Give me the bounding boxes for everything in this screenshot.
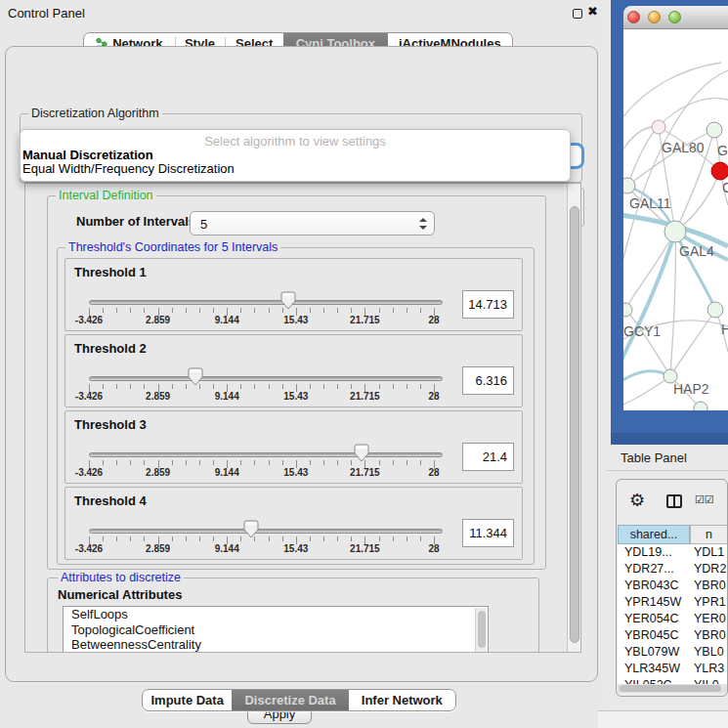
attribute-list-item[interactable]: BetweennessCentrality <box>64 637 488 653</box>
node-label: C <box>722 180 728 195</box>
table-row[interactable]: YBR045CYBR0 <box>618 627 728 644</box>
slider-thumb[interactable] <box>280 291 296 310</box>
bottom-tab-impute-data[interactable]: Impute Data <box>143 690 232 710</box>
scrollbar-thumb[interactable] <box>620 685 721 692</box>
control-panel-titlebar: Control Panel ✖ <box>0 0 606 25</box>
network-node[interactable] <box>711 162 728 180</box>
tick-mark <box>213 384 214 389</box>
minimize-traffic-light-icon[interactable] <box>648 11 661 23</box>
table-row[interactable]: YBR043CYBR0 <box>618 578 728 594</box>
tick-mark <box>186 536 187 541</box>
tick-mark <box>240 536 241 541</box>
threshold-value-field[interactable]: 11.344 <box>462 519 514 547</box>
tick-mark <box>240 384 241 389</box>
select-columns-icon[interactable]: ☑☑ <box>695 493 714 506</box>
network-canvas[interactable]: GAL80GACGAL11GAL4GCY1HHAP2 <box>623 29 728 410</box>
network-node[interactable] <box>623 303 632 317</box>
attribute-list-item[interactable]: SelfLoops <box>64 607 488 622</box>
cell-name: YDR2 <box>690 561 726 578</box>
tick-mark <box>379 460 380 465</box>
gear-icon[interactable]: ⚙ <box>629 490 645 511</box>
tick-mark <box>269 308 270 313</box>
scrollbar-thumb[interactable] <box>570 206 579 643</box>
tick-label: 15.43 <box>283 543 308 554</box>
network-node[interactable] <box>652 120 665 134</box>
horizontal-scrollbar[interactable] <box>618 684 728 693</box>
slider-track[interactable] <box>89 376 443 381</box>
threshold-value-field[interactable]: 14.713 <box>462 290 514 319</box>
tick-mark <box>130 460 131 465</box>
slider-track[interactable] <box>89 300 443 305</box>
tick-mark <box>310 536 311 541</box>
dropdown-option[interactable]: Equal Width/Frequency Discretization <box>21 162 570 176</box>
dropdown-option[interactable]: Manual Discretization <box>21 149 570 162</box>
slider-track[interactable] <box>89 452 443 457</box>
slider-track[interactable] <box>89 529 443 534</box>
tick-mark <box>172 308 173 313</box>
intervals-combo-value: 5 <box>200 216 207 231</box>
column-header-shared-name[interactable]: shared... <box>618 525 690 544</box>
tick-mark <box>393 384 394 389</box>
threshold-value-field[interactable]: 21.4 <box>462 443 514 471</box>
network-node[interactable] <box>707 302 723 318</box>
attribute-list-item[interactable]: TopologicalCoefficient <box>64 622 488 638</box>
network-node[interactable] <box>664 221 686 242</box>
bottom-tab-discretize-data[interactable]: Discretize Data <box>232 690 348 710</box>
tick-mark <box>213 536 214 541</box>
network-window-titlebar[interactable] <box>623 6 728 29</box>
table-row[interactable]: YPR145WYPR1 <box>618 594 728 611</box>
tick-mark <box>254 460 255 465</box>
tick-label: 15.43 <box>283 467 308 478</box>
network-node[interactable] <box>623 178 635 193</box>
tick-label: 28 <box>428 543 439 554</box>
table-rows: YDL19...YDL1YDR27...YDR2YBR043CYBR0YPR14… <box>618 544 728 684</box>
intervals-combo[interactable]: 5 <box>190 211 435 236</box>
close-icon[interactable]: ✖ <box>587 4 598 19</box>
node-label: HAP2 <box>673 381 709 397</box>
tick-label: 9.144 <box>215 315 239 325</box>
tick-mark <box>130 308 131 313</box>
network-node[interactable] <box>694 402 707 410</box>
tick-mark <box>351 460 352 465</box>
table-row[interactable]: YLR345WYLR3 <box>618 661 728 677</box>
zoom-traffic-light-icon[interactable] <box>668 11 681 23</box>
frame-shadow <box>611 433 728 445</box>
column-header-name[interactable]: n <box>690 525 728 544</box>
numerical-attributes-label: Numerical Attributes <box>58 587 182 602</box>
close-traffic-light-icon[interactable] <box>627 11 640 23</box>
table-row[interactable]: YDR27...YDR2 <box>618 561 728 578</box>
split-columns-icon[interactable] <box>666 494 682 508</box>
table-row[interactable]: YIL052CYIL0 <box>618 677 728 684</box>
tick-mark <box>240 460 241 465</box>
table-row[interactable]: YER054CYER0 <box>618 611 728 627</box>
bottom-tab-infer-network[interactable]: Infer Network <box>349 690 455 710</box>
network-node[interactable] <box>707 122 722 138</box>
table-row[interactable]: YDL19...YDL1 <box>618 544 728 561</box>
slider-thumb[interactable] <box>354 444 369 462</box>
tick-mark <box>407 460 407 465</box>
tick-label: 21.715 <box>350 467 380 478</box>
table-row[interactable]: YBL079WYBL0 <box>618 644 728 661</box>
tick-label: 9.144 <box>215 391 239 402</box>
tick-mark <box>393 536 394 541</box>
vertical-scrollbar[interactable] <box>567 185 580 652</box>
threshold-panel: Threshold 2-3.4262.8599.14415.4321.71528… <box>64 334 523 407</box>
tick-mark <box>213 460 214 465</box>
float-window-icon[interactable] <box>573 9 582 19</box>
cell-shared-name: YDR27... <box>618 561 690 578</box>
node-label: GAL4 <box>679 243 714 259</box>
slider-thumb[interactable] <box>243 520 259 538</box>
cell-name: YPR1 <box>690 594 726 611</box>
slider-thumb[interactable] <box>188 367 203 386</box>
tick-label: 21.715 <box>350 315 380 325</box>
control-panel: Control Panel ✖ NetworkStyleSelectCyni T… <box>0 0 606 728</box>
tick-mark <box>172 536 173 541</box>
attributes-scrollbar[interactable] <box>475 608 487 653</box>
tick-mark <box>420 536 421 541</box>
threshold-value-field[interactable]: 6.316 <box>462 366 514 395</box>
tick-label: -3.426 <box>75 467 103 478</box>
tick-mark <box>337 308 338 313</box>
node-label: GCY1 <box>623 323 661 339</box>
tick-mark <box>269 536 270 541</box>
tick-mark <box>351 384 352 389</box>
